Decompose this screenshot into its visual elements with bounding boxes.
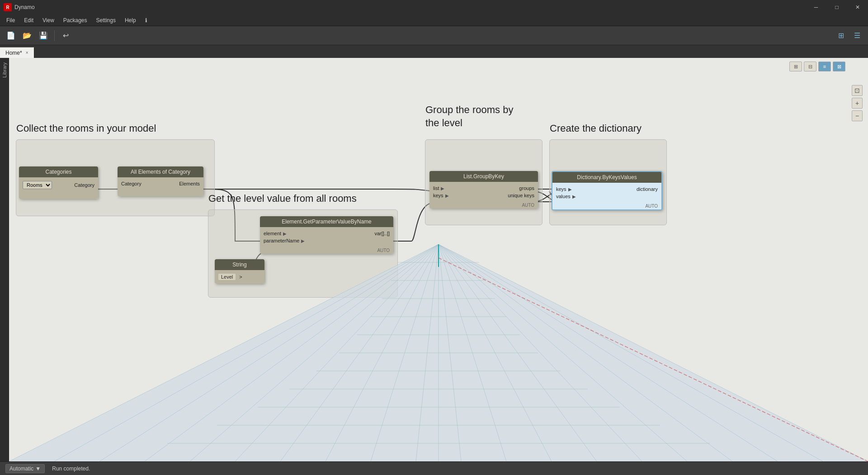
node-all-elements-header: All Elements of Category — [118, 166, 203, 177]
canvas-view-2d[interactable]: ⊟ — [804, 62, 816, 71]
status-message: Run completed. — [52, 466, 90, 472]
minimize-button[interactable]: ─ — [806, 0, 826, 14]
tab-home[interactable]: Home* × — [0, 47, 34, 58]
canvas[interactable]: ⊞ ⊟ ≡ ⊠ Collect the rooms in your model … — [9, 58, 868, 461]
node-categories-body: Rooms Category — [19, 177, 98, 199]
menu-button[interactable]: ☰ — [850, 28, 864, 43]
dict-output: dictionary — [637, 186, 658, 192]
run-dropdown-arrow: ▼ — [35, 466, 41, 472]
list-group-arrow-keys: ▶ — [445, 193, 449, 198]
menu-settings[interactable]: Settings — [92, 14, 120, 26]
menu-help[interactable]: Help — [120, 14, 141, 26]
window-controls: ─ □ ✕ — [806, 0, 868, 14]
zoom-out-button[interactable]: − — [852, 110, 863, 121]
list-group-input-list: list — [433, 185, 439, 191]
node-get-param-header: Element.GetParameterValueByName — [260, 216, 393, 227]
run-mode-label: Automatic — [9, 466, 33, 472]
node-dictionary-header: Dictionary.ByKeysValues — [552, 172, 661, 183]
node-all-elements: All Elements of Category Category Elemen… — [118, 166, 203, 196]
new-button[interactable]: 📄 — [4, 28, 18, 43]
categories-output-label: Category — [74, 182, 94, 188]
node-dictionary: Dictionary.ByKeysValues keys ▶ dictionar… — [552, 171, 662, 210]
zoom-controls: ⊡ + − — [852, 85, 863, 121]
tab-close-button[interactable]: × — [26, 50, 28, 55]
group-group-rooms-title: Group the rooms bythe level — [425, 104, 513, 129]
group-collect-rooms-title: Collect the rooms in your model — [16, 123, 156, 134]
tab-bar: Home* × — [0, 45, 868, 58]
run-mode-dropdown[interactable]: Automatic ▼ — [5, 464, 45, 473]
save-button[interactable]: 💾 — [36, 28, 51, 43]
library-label[interactable]: Library — [2, 62, 7, 78]
library-sidebar: Library — [0, 58, 9, 461]
canvas-toolbar: ⊞ ⊟ ≡ ⊠ — [789, 62, 845, 71]
menu-view[interactable]: View — [38, 14, 59, 26]
get-param-input-element: element — [264, 231, 281, 236]
app-logo: R — [4, 3, 12, 11]
get-param-output: var[]..[] — [374, 231, 390, 236]
node-categories: Categories Rooms Category — [19, 166, 98, 199]
title-bar: R Dynamo ─ □ ✕ — [0, 0, 868, 14]
node-list-group-body: list ▶ groups keys ▶ unique keys — [429, 182, 538, 202]
dict-row-keys: keys ▶ dictionary — [552, 185, 661, 193]
menu-file[interactable]: File — [2, 14, 19, 26]
canvas-view-3d[interactable]: ⊞ — [789, 62, 802, 71]
dict-arrow-values: ▶ — [572, 194, 576, 199]
list-group-row-list: list ▶ groups — [429, 185, 538, 192]
node-list-group-footer: AUTO — [429, 202, 538, 209]
perspective-grid — [9, 244, 868, 461]
node-list-group: List.GroupByKey list ▶ groups keys ▶ uni… — [429, 171, 538, 209]
get-param-input-name: parameterName — [264, 238, 299, 243]
categories-select[interactable]: Rooms — [23, 181, 52, 189]
layout-button[interactable]: ⊞ — [834, 28, 848, 43]
list-group-input-keys: keys — [433, 193, 443, 198]
node-list-group-header: List.GroupByKey — [429, 171, 538, 182]
node-dictionary-body: keys ▶ dictionary values ▶ — [552, 183, 661, 203]
app-title: Dynamo — [14, 4, 35, 10]
list-group-arrow-list: ▶ — [441, 186, 444, 191]
dict-arrow-keys: ▶ — [568, 187, 572, 192]
open-button[interactable]: 📂 — [20, 28, 34, 43]
group-create-dictionary-title: Create the dictionary — [550, 123, 642, 134]
list-group-row-keys: keys ▶ unique keys — [429, 192, 538, 199]
undo-button[interactable]: ↩ — [58, 28, 73, 43]
main-area: Library ⊞ ⊟ ≡ ⊠ — [0, 58, 868, 461]
maximize-button[interactable]: □ — [826, 0, 847, 14]
menu-edit[interactable]: Edit — [19, 14, 38, 26]
categories-dropdown: Rooms Category — [19, 180, 98, 190]
toolbar-right: ⊞ ☰ — [834, 28, 864, 43]
node-categories-header: Categories — [19, 166, 98, 177]
toolbar: 📄 📂 💾 ↩ ⊞ ☰ — [0, 26, 868, 45]
fit-zoom-button[interactable]: ⊡ — [852, 85, 863, 96]
get-param-row-element: element ▶ var[]..[] — [260, 230, 393, 237]
menu-info[interactable]: ℹ — [141, 14, 152, 26]
get-param-arrow-element: ▶ — [283, 231, 287, 236]
menu-bar: File Edit View Packages Settings Help ℹ — [0, 14, 868, 26]
list-group-output-ukeys: unique keys — [508, 193, 534, 198]
get-param-arrow-name: ▶ — [301, 238, 305, 243]
all-elements-row: Category Elements — [118, 180, 203, 187]
node-dictionary-footer: AUTO — [552, 203, 661, 209]
list-group-output-groups: groups — [519, 185, 534, 191]
dict-input-values: values — [556, 194, 571, 199]
canvas-view-split[interactable]: ⊠ — [833, 62, 845, 71]
zoom-in-button[interactable]: + — [852, 98, 863, 109]
dict-input-keys: keys — [556, 186, 566, 192]
status-bar: Automatic ▼ Run completed. — [0, 461, 868, 475]
all-elements-input: Category — [121, 181, 142, 186]
get-param-row-name: parameterName ▶ — [260, 237, 393, 244]
group-get-level-title: Get the level value from all rooms — [208, 193, 357, 204]
dict-row-values: values ▶ — [552, 193, 661, 200]
menu-packages[interactable]: Packages — [59, 14, 92, 26]
node-all-elements-body: Category Elements — [118, 177, 203, 196]
all-elements-output: Elements — [179, 181, 200, 186]
close-button[interactable]: ✕ — [847, 0, 868, 14]
toolbar-separator — [54, 30, 55, 41]
canvas-view-active[interactable]: ≡ — [818, 62, 831, 71]
tab-home-label: Home* — [5, 50, 22, 56]
